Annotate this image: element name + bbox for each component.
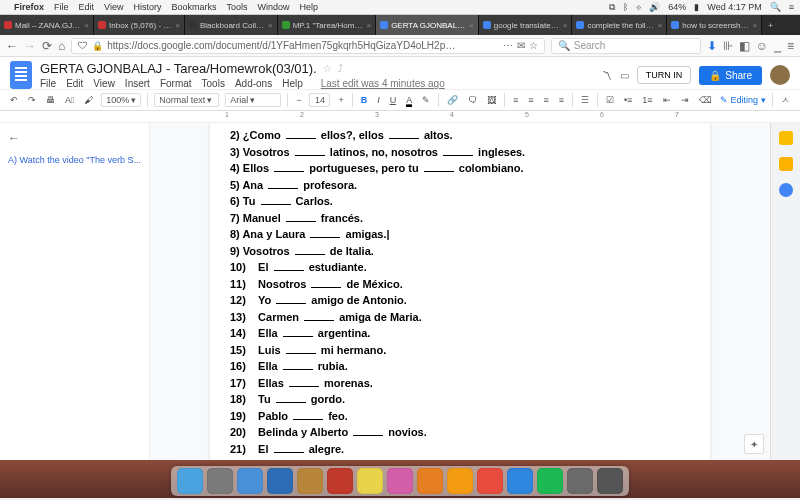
document-line[interactable]: 18) Tu gordo. xyxy=(230,391,690,408)
dock-app-icon[interactable] xyxy=(507,468,533,494)
fill-blank[interactable] xyxy=(283,326,313,337)
bullet-list-button[interactable]: •≡ xyxy=(622,94,634,106)
browser-tab[interactable]: Mail – ZANA.GJ…× xyxy=(0,15,94,35)
fill-blank[interactable] xyxy=(261,194,291,205)
reader-icon[interactable]: ✉ xyxy=(517,40,525,51)
fill-blank[interactable] xyxy=(276,392,306,403)
document-line[interactable]: 19) Pablo feo. xyxy=(230,408,690,425)
mac-menu-help[interactable]: Help xyxy=(299,2,318,12)
mac-app-name[interactable]: Firefox xyxy=(14,2,44,12)
document-line[interactable]: 17) Ellas morenas. xyxy=(230,375,690,392)
document-title[interactable]: GERTA GJONBALAJ - Tarea/Homewrok(03/01). xyxy=(40,61,317,76)
fill-blank[interactable] xyxy=(289,376,319,387)
mac-menu-history[interactable]: History xyxy=(133,2,161,12)
spellcheck-button[interactable]: Aͯ xyxy=(63,94,76,106)
fill-blank[interactable] xyxy=(293,409,323,420)
clear-format-button[interactable]: ⌫ xyxy=(697,94,714,106)
zoom-select[interactable]: 100%▾ xyxy=(101,93,141,107)
number-list-button[interactable]: 1≡ xyxy=(640,94,654,106)
document-line[interactable]: 16) Ella rubia. xyxy=(230,358,690,375)
tab-close-icon[interactable]: × xyxy=(84,21,89,30)
comments-icon[interactable]: ▭ xyxy=(620,70,629,81)
docs-menu-tools[interactable]: Tools xyxy=(202,78,225,89)
ruler[interactable]: 1234567 xyxy=(0,111,800,123)
screen-mirror-icon[interactable]: ⧉ xyxy=(609,2,615,13)
dock-app-icon[interactable] xyxy=(327,468,353,494)
highlight-button[interactable]: ✎ xyxy=(420,94,432,106)
dock-app-icon[interactable] xyxy=(357,468,383,494)
insert-image-button[interactable]: 🖼 xyxy=(485,94,498,106)
document-line[interactable]: 6) Tu Carlos. xyxy=(230,193,690,210)
bluetooth-icon[interactable]: ᛒ xyxy=(623,2,628,12)
document-line[interactable]: 13) Carmen amiga de Maria. xyxy=(230,309,690,326)
document-line[interactable]: 5) Ana profesora. xyxy=(230,177,690,194)
docs-logo-icon[interactable] xyxy=(10,61,32,89)
mac-menu-edit[interactable]: Edit xyxy=(79,2,95,12)
battery-pct[interactable]: 64% xyxy=(668,2,686,12)
last-edit-label[interactable]: Last edit was 4 minutes ago xyxy=(321,78,445,89)
share-button[interactable]: 🔒 Share xyxy=(699,66,762,85)
fill-blank[interactable] xyxy=(286,211,316,222)
document-line[interactable]: 21) El alegre. xyxy=(230,441,690,458)
clock[interactable]: Wed 4:17 PM xyxy=(707,2,761,12)
dock-app-icon[interactable] xyxy=(177,468,203,494)
calendar-app-icon[interactable] xyxy=(779,157,793,171)
document-line[interactable]: 15) Luis mi hermano. xyxy=(230,342,690,359)
browser-tab[interactable]: MP.1 "Tarea/Hom…× xyxy=(278,15,377,35)
redo-button[interactable]: ↷ xyxy=(26,94,38,106)
move-icon[interactable]: ⤴ xyxy=(338,63,343,74)
dock-app-icon[interactable] xyxy=(447,468,473,494)
wifi-icon[interactable]: ⟐ xyxy=(636,2,641,12)
fill-blank[interactable] xyxy=(424,161,454,172)
outline-item[interactable]: A) Watch the video "The verb S... xyxy=(8,155,141,165)
tab-close-icon[interactable]: × xyxy=(469,21,474,30)
docs-menu-edit[interactable]: Edit xyxy=(66,78,83,89)
underline-button[interactable]: U xyxy=(388,94,399,106)
fill-blank[interactable] xyxy=(286,343,316,354)
home-button[interactable]: ⌂ xyxy=(58,39,65,53)
browser-tab[interactable]: how to screensh…× xyxy=(667,15,762,35)
explore-button[interactable]: ✦ xyxy=(744,434,764,454)
fill-blank[interactable] xyxy=(274,442,304,453)
back-button[interactable]: ← xyxy=(6,39,18,53)
protection-icon[interactable]: ⎯ xyxy=(774,39,781,53)
dock-app-icon[interactable] xyxy=(297,468,323,494)
editing-mode-button[interactable]: ✎ Editing ▾ xyxy=(720,95,767,105)
page-actions-icon[interactable]: ⋯ xyxy=(503,40,513,51)
bookmark-star-icon[interactable]: ☆ xyxy=(529,40,538,51)
address-bar[interactable]: 🛡 🔒 https://docs.google.com/document/d/1… xyxy=(71,38,544,54)
tab-close-icon[interactable]: × xyxy=(268,21,273,30)
fill-blank[interactable] xyxy=(268,178,298,189)
indent-button[interactable]: ⇥ xyxy=(679,94,691,106)
document-line[interactable]: 8) Ana y Laura amigas.| xyxy=(230,226,690,243)
fill-blank[interactable] xyxy=(276,293,306,304)
font-select[interactable]: Arial▾ xyxy=(225,93,281,107)
document-line[interactable]: 20) Belinda y Alberto novios. xyxy=(230,424,690,441)
star-icon[interactable]: ☆ xyxy=(323,63,332,74)
dock-app-icon[interactable] xyxy=(537,468,563,494)
search-box[interactable]: 🔍 Search xyxy=(551,38,701,54)
dock-app-icon[interactable] xyxy=(477,468,503,494)
activity-icon[interactable]: 〽 xyxy=(602,70,612,81)
account-icon[interactable]: ☺ xyxy=(756,39,768,53)
browser-tab[interactable]: Inbox (5,076) - …× xyxy=(94,15,185,35)
dock-app-icon[interactable] xyxy=(417,468,443,494)
spotlight-icon[interactable]: 🔍 xyxy=(770,2,781,12)
browser-tab[interactable]: Blackboard Coll…× xyxy=(185,15,278,35)
fill-blank[interactable] xyxy=(347,458,377,460)
increase-size-button[interactable]: + xyxy=(336,94,345,106)
docs-menu-addons[interactable]: Add-ons xyxy=(235,78,272,89)
fill-blank[interactable] xyxy=(304,310,334,321)
fill-blank[interactable] xyxy=(274,161,304,172)
fill-blank[interactable] xyxy=(389,128,419,139)
new-tab-button[interactable]: + xyxy=(762,21,779,30)
document-line[interactable]: 11) Nosotros de México. xyxy=(230,276,690,293)
mac-menu-view[interactable]: View xyxy=(104,2,123,12)
document-line[interactable]: 9) Vosotros de Italia. xyxy=(230,243,690,260)
docs-menu-file[interactable]: File xyxy=(40,78,56,89)
dock-app-icon[interactable] xyxy=(267,468,293,494)
styles-select[interactable]: Normal text▾ xyxy=(154,93,219,107)
dock-app-icon[interactable] xyxy=(387,468,413,494)
tab-close-icon[interactable]: × xyxy=(753,21,758,30)
paint-format-button[interactable]: 🖌 xyxy=(82,94,95,106)
